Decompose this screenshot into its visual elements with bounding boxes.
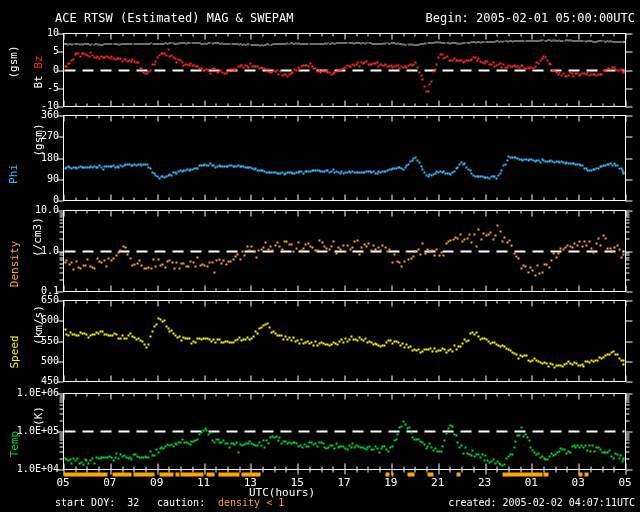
axis-title: (gsm) bbox=[33, 123, 44, 156]
y-tick-label: 600 bbox=[0, 315, 59, 325]
y-tick-label: 10.0 bbox=[0, 205, 59, 215]
axis-title-part: (gsm) bbox=[32, 123, 45, 156]
x-tick-label: 07 bbox=[103, 477, 116, 488]
x-tick-label: 23 bbox=[478, 477, 491, 488]
begin-timestamp: Begin: 2005-02-01 05:00:00UTC bbox=[425, 12, 635, 24]
y-tick-label: 1.0E+04 bbox=[0, 464, 59, 474]
axis-title: (km/s) bbox=[33, 305, 44, 345]
caution-value: density < 1 bbox=[218, 498, 284, 508]
axis-title-part: Speed bbox=[8, 335, 21, 368]
axis-title: Speed bbox=[9, 335, 20, 368]
y-tick-label: 180 bbox=[0, 153, 59, 163]
axis-title-part: (/cm3) bbox=[31, 217, 44, 257]
axis-title: (gsm) bbox=[8, 45, 19, 78]
axis-title: (K) bbox=[33, 406, 44, 426]
x-tick-label: 15 bbox=[291, 477, 304, 488]
y-tick-label: 270 bbox=[0, 131, 59, 141]
axis-title: Bt Bz bbox=[33, 55, 44, 88]
axis-title-part: Bz bbox=[32, 55, 45, 68]
start-doy-label: start DOY: 32 bbox=[55, 498, 139, 508]
caution-label: caution: bbox=[157, 498, 205, 508]
axis-title-part: (K) bbox=[32, 406, 45, 426]
axis-title: Phi bbox=[8, 164, 19, 184]
axis-title: Density bbox=[9, 241, 20, 287]
axis-title-part: (gsm) bbox=[7, 45, 20, 78]
axis-title-part: Phi bbox=[7, 164, 20, 184]
x-tick-label: 21 bbox=[431, 477, 444, 488]
x-tick-label: 17 bbox=[337, 477, 350, 488]
axis-title-part: (km/s) bbox=[32, 305, 45, 345]
x-tick-label: 11 bbox=[197, 477, 210, 488]
axis-title: (/cm3) bbox=[32, 217, 43, 257]
y-tick-label: 650 bbox=[0, 295, 59, 305]
y-tick-label: 360 bbox=[0, 110, 59, 120]
x-tick-label: 19 bbox=[384, 477, 397, 488]
y-tick-label: 450 bbox=[0, 376, 59, 386]
axis-title-part: Density bbox=[8, 241, 21, 287]
axis-title-part: Bt bbox=[32, 69, 45, 89]
y-tick-label: 10 bbox=[0, 28, 59, 38]
plot-canvas bbox=[0, 0, 640, 512]
axis-title-part: Temp bbox=[8, 431, 21, 458]
ace-rtsw-plot-window: ACE RTSW (Estimated) MAG & SWEPAM Begin:… bbox=[0, 0, 640, 512]
plot-title: ACE RTSW (Estimated) MAG & SWEPAM bbox=[55, 12, 293, 24]
x-tick-label: 09 bbox=[150, 477, 163, 488]
x-tick-label: 05 bbox=[56, 477, 69, 488]
x-tick-label: 05 bbox=[618, 477, 631, 488]
x-tick-label: 01 bbox=[525, 477, 538, 488]
y-tick-label: -5 bbox=[0, 83, 59, 93]
axis-title: Temp bbox=[9, 431, 20, 458]
x-tick-label: 13 bbox=[244, 477, 257, 488]
created-timestamp: created: 2005-02-02 04:07:11UTC bbox=[448, 498, 635, 508]
y-tick-label: 1.0E+06 bbox=[0, 388, 59, 398]
x-tick-label: 03 bbox=[572, 477, 585, 488]
